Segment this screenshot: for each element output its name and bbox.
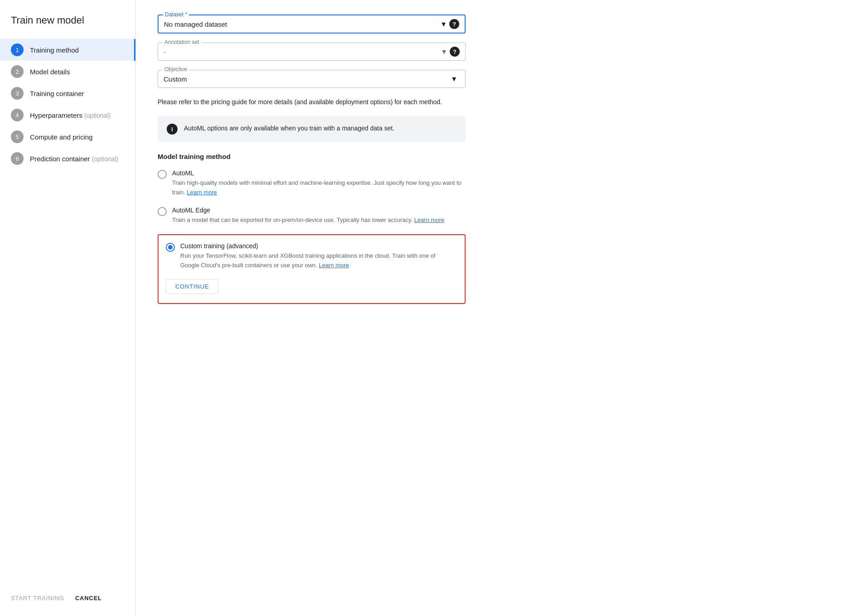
annotation-field: Annotation set - ▾ ? xyxy=(158,43,834,61)
step-label-1: Training method xyxy=(30,46,79,54)
step-label-6: Prediction container (optional) xyxy=(30,155,118,163)
info-text: AutoML options are only available when y… xyxy=(184,123,394,133)
step-circle-5: 5 xyxy=(11,130,24,143)
dataset-field: Dataset * No managed dataset ▾ ? xyxy=(158,14,834,34)
radio-title-custom: Custom training (advanced) xyxy=(180,242,456,250)
dataset-help-icon[interactable]: ? xyxy=(449,19,459,29)
main-content: Dataset * No managed dataset ▾ ? Annotat… xyxy=(136,0,856,616)
step-label-2: Model details xyxy=(30,68,70,76)
step-circle-2: 2 xyxy=(11,65,24,78)
dataset-label: Dataset * xyxy=(163,11,189,18)
start-training-button[interactable]: START TRAINING xyxy=(11,595,64,602)
radio-content-automl: AutoML Train high-quality models with mi… xyxy=(172,169,466,197)
objective-label: Objective xyxy=(163,66,189,72)
step-label-5: Compute and pricing xyxy=(30,133,92,141)
info-icon: i xyxy=(167,124,178,135)
radio-option-automl-edge[interactable]: AutoML Edge Train a model that can be ex… xyxy=(158,207,466,225)
continue-button[interactable]: CONTINUE xyxy=(166,279,218,294)
annotation-select[interactable]: Annotation set - ▾ ? xyxy=(158,43,466,61)
radio-content-automl-edge: AutoML Edge Train a model that can be ex… xyxy=(172,207,466,225)
radio-desc-automl-edge: Train a model that can be exported for o… xyxy=(172,216,466,225)
step-list: 1 Training method 2 Model details 3 Trai… xyxy=(11,39,135,580)
objective-dropdown-arrow: ▾ xyxy=(452,74,456,84)
annotation-dropdown-arrow: ▾ xyxy=(442,47,446,57)
custom-training-box: Custom training (advanced) Run your Tens… xyxy=(158,234,466,304)
sidebar: Train new model 1 Training method 2 Mode… xyxy=(0,0,136,616)
dataset-select[interactable]: Dataset * No managed dataset ▾ ? xyxy=(158,14,466,34)
radio-automl[interactable] xyxy=(158,170,167,179)
radio-automl-edge[interactable] xyxy=(158,207,167,216)
radio-content-custom: Custom training (advanced) Run your Tens… xyxy=(180,242,456,270)
objective-value: Custom xyxy=(164,75,452,83)
step-label-3: Training container xyxy=(30,90,84,97)
learn-more-custom[interactable]: Learn more xyxy=(319,262,349,269)
step-circle-3: 3 xyxy=(11,87,24,100)
cancel-button[interactable]: CANCEL xyxy=(75,595,102,602)
dataset-dropdown-arrow: ▾ xyxy=(442,19,446,29)
learn-more-automl-edge[interactable]: Learn more xyxy=(414,217,444,223)
objective-select[interactable]: Objective Custom ▾ xyxy=(158,70,466,88)
step-item-2[interactable]: 2 Model details xyxy=(11,61,135,82)
annotation-label: Annotation set xyxy=(163,39,201,45)
pricing-note: Please refer to the pricing guide for mo… xyxy=(158,97,466,107)
step-item-3[interactable]: 3 Training container xyxy=(11,82,135,104)
learn-more-automl[interactable]: Learn more xyxy=(187,189,217,196)
annotation-help-icon[interactable]: ? xyxy=(450,47,460,57)
step-item-4[interactable]: 4 Hyperparameters (optional) xyxy=(11,104,135,126)
radio-option-automl[interactable]: AutoML Train high-quality models with mi… xyxy=(158,169,466,197)
radio-custom-training[interactable] xyxy=(166,243,175,252)
step-circle-4: 4 xyxy=(11,109,24,121)
radio-title-automl-edge: AutoML Edge xyxy=(172,207,466,214)
step-item-1[interactable]: 1 Training method xyxy=(0,39,135,61)
radio-inner-custom xyxy=(168,245,173,250)
step-item-5[interactable]: 5 Compute and pricing xyxy=(11,126,135,148)
dataset-value: No managed dataset xyxy=(164,20,442,28)
step-label-4: Hyperparameters (optional) xyxy=(30,111,111,119)
step-circle-6: 6 xyxy=(11,152,24,165)
objective-field: Objective Custom ▾ xyxy=(158,70,834,88)
step-item-6[interactable]: 6 Prediction container (optional) xyxy=(11,148,135,169)
info-box: i AutoML options are only available when… xyxy=(158,116,466,142)
annotation-value: - xyxy=(164,48,442,56)
radio-option-custom[interactable]: Custom training (advanced) Run your Tens… xyxy=(166,242,456,270)
radio-title-automl: AutoML xyxy=(172,169,466,177)
page-title: Train new model xyxy=(11,14,135,26)
step-circle-1: 1 xyxy=(11,43,24,56)
sidebar-actions: START TRAINING CANCEL xyxy=(11,595,135,602)
radio-desc-automl: Train high-quality models with minimal e… xyxy=(172,178,466,197)
radio-desc-custom: Run your TensorFlow, scikit-learn and XG… xyxy=(180,251,456,270)
section-title: Model training method xyxy=(158,153,834,160)
